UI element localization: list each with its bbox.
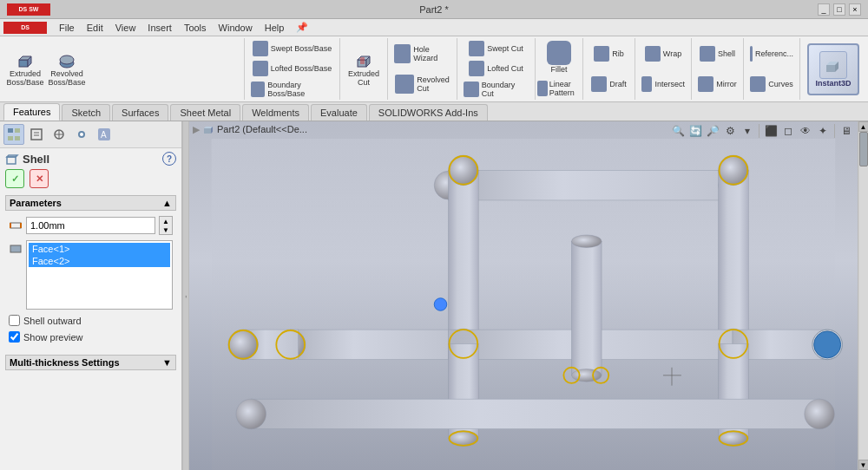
- tab-evaluate[interactable]: Evaluate: [311, 104, 367, 121]
- svg-rect-39: [719, 170, 749, 343]
- face-item-2[interactable]: Face<2>: [29, 255, 170, 267]
- extruded-cut-button[interactable]: ExtrudedCut: [342, 50, 385, 88]
- extrude-boss-button[interactable]: Extruded Boss/Base: [5, 50, 45, 88]
- svg-point-23: [80, 133, 83, 136]
- svg-text:A: A: [101, 130, 107, 140]
- mirror-label: Mirror: [716, 80, 737, 88]
- tab-sheet-metal[interactable]: Sheet Metal: [170, 104, 240, 121]
- menu-help[interactable]: Help: [260, 21, 290, 35]
- vp-view-tool[interactable]: ⬛: [763, 123, 779, 139]
- rib-button[interactable]: Rib: [587, 45, 631, 62]
- feature-tree-button[interactable]: [3, 124, 24, 145]
- viewport-toolbar: 🔍 🔄 🔎 ⚙ ▾ ⬛ ◻ 👁 ✦ 🖥: [670, 123, 854, 139]
- draft-button[interactable]: Draft: [587, 75, 631, 93]
- vp-monitor-tool[interactable]: 🖥: [838, 123, 854, 139]
- tab-weldments[interactable]: Weldments: [242, 104, 309, 121]
- swept-cut-label: Swept Cut: [487, 44, 523, 53]
- boundary-boss-button[interactable]: Boundary Boss/Base: [248, 80, 336, 99]
- minimize-button[interactable]: _: [818, 3, 830, 16]
- extrude-boss-label: Extruded Boss/Base: [6, 70, 43, 88]
- lofted-boss-icon: [253, 61, 268, 76]
- vp-section-tool[interactable]: ✦: [815, 123, 831, 139]
- menu-window[interactable]: Window: [214, 21, 258, 35]
- tab-solidworks-addins[interactable]: SOLIDWORKS Add-Ins: [369, 104, 488, 121]
- boundary-cut-button[interactable]: Boundary Cut: [461, 80, 531, 99]
- right-scrollbar: ▲ ▼: [858, 121, 868, 470]
- scroll-up-button[interactable]: ▲: [858, 121, 869, 132]
- intersect-button[interactable]: Intersect: [639, 75, 687, 93]
- revolve-boss-button[interactable]: RevolvedBoss/Base: [47, 50, 87, 88]
- tab-sketch[interactable]: Sketch: [62, 104, 110, 121]
- viewport[interactable]: ▶ Part2 (Default<<De... 🔍 🔄 🔎 ⚙ ▾ ⬛ ◻ 👁 …: [189, 121, 858, 470]
- mirror-button[interactable]: Mirror: [695, 75, 740, 93]
- close-button[interactable]: ×: [849, 3, 861, 16]
- thickness-row: ▲ ▼: [9, 216, 173, 235]
- scroll-down-button[interactable]: ▼: [858, 460, 869, 470]
- vp-settings-tool[interactable]: ⚙: [722, 123, 738, 139]
- lofted-boss-button[interactable]: Lofted Boss/Base: [248, 60, 336, 77]
- tab-features[interactable]: Features: [3, 103, 60, 121]
- lofted-cut-button[interactable]: Lofted Cut: [461, 60, 531, 77]
- hole-wizard-button[interactable]: Hole Wizard: [391, 43, 453, 64]
- appearance-button[interactable]: A: [94, 124, 115, 145]
- svg-point-59: [571, 369, 602, 382]
- swept-boss-icon: [253, 41, 268, 56]
- menu-edit[interactable]: Edit: [82, 21, 108, 35]
- thickness-up[interactable]: ▲: [160, 217, 172, 225]
- linear-pattern-button[interactable]: Linear Pattern: [535, 79, 582, 98]
- multi-thickness-section[interactable]: Multi-thickness Settings ▼: [5, 355, 176, 370]
- menu-insert[interactable]: Insert: [142, 21, 177, 35]
- instant3d-icon: [819, 51, 847, 79]
- vp-search-tool[interactable]: 🔍: [670, 123, 686, 139]
- parameters-collapse-icon: ▲: [162, 198, 172, 208]
- scroll-thumb[interactable]: [859, 132, 868, 166]
- face-list[interactable]: Face<1> Face<2>: [26, 240, 173, 310]
- revolved-cut-button[interactable]: RevolvedCut: [391, 74, 453, 95]
- revolve-boss-icon: [57, 51, 76, 70]
- shell-outward-label[interactable]: Shell outward: [23, 316, 82, 326]
- title-bar: DS SW Part2 * _ □ ×: [0, 0, 868, 19]
- vp-rotate-tool[interactable]: 🔄: [687, 123, 703, 139]
- curves-button[interactable]: Curves: [747, 75, 796, 93]
- shell-toolbar-label: Shell: [718, 49, 735, 58]
- parameters-section: Parameters ▲: [5, 195, 176, 348]
- thickness-down[interactable]: ▼: [160, 225, 172, 234]
- window-controls[interactable]: _ □ ×: [818, 3, 861, 16]
- vp-filter-tool[interactable]: ▾: [740, 123, 755, 139]
- show-preview-checkbox[interactable]: [9, 331, 20, 343]
- shell-cancel-button[interactable]: ✕: [30, 169, 49, 188]
- configuration-button[interactable]: [49, 124, 69, 145]
- wrap-button[interactable]: Wrap: [639, 45, 687, 62]
- display-button[interactable]: [71, 124, 92, 145]
- vp-zoom-tool[interactable]: 🔎: [705, 123, 720, 139]
- shell-confirm-button[interactable]: ✓: [5, 169, 24, 188]
- menu-bar: DS File Edit View Insert Tools Window He…: [0, 19, 868, 36]
- swept-boss-button[interactable]: Swept Boss/Base: [248, 40, 336, 57]
- swept-cut-button[interactable]: Swept Cut: [461, 40, 531, 57]
- maximize-button[interactable]: □: [833, 3, 845, 16]
- menu-view[interactable]: View: [110, 21, 141, 35]
- revolve-boss-label: RevolvedBoss/Base: [48, 70, 85, 88]
- reference-button[interactable]: Referenc...: [747, 45, 796, 62]
- vp-hide-tool[interactable]: 👁: [798, 123, 813, 139]
- menu-tools[interactable]: Tools: [179, 21, 212, 35]
- thickness-spinner[interactable]: ▲ ▼: [159, 216, 173, 235]
- scroll-track[interactable]: [859, 132, 868, 460]
- menu-file[interactable]: File: [54, 21, 80, 35]
- multi-thickness-label: Multi-thickness Settings: [10, 357, 120, 368]
- face-item-1[interactable]: Face<1>: [29, 243, 170, 255]
- panel-divider[interactable]: ···: [182, 121, 189, 470]
- tab-surfaces[interactable]: Surfaces: [112, 104, 168, 121]
- thickness-input[interactable]: [26, 217, 155, 234]
- vp-display-tool[interactable]: ◻: [780, 123, 796, 139]
- parameters-header[interactable]: Parameters ▲: [5, 195, 176, 211]
- vp-toolbar-divider: [759, 124, 760, 138]
- instant3d-button[interactable]: Instant3D: [807, 43, 859, 95]
- show-preview-label[interactable]: Show preview: [23, 332, 82, 343]
- fillet-button[interactable]: Fillet: [544, 40, 574, 75]
- shell-help-icon[interactable]: ?: [162, 152, 176, 166]
- shell-toolbar-button[interactable]: Shell: [695, 45, 740, 62]
- properties-button[interactable]: [26, 124, 47, 145]
- shell-outward-checkbox[interactable]: [9, 315, 20, 326]
- fillet-icon: [547, 41, 571, 65]
